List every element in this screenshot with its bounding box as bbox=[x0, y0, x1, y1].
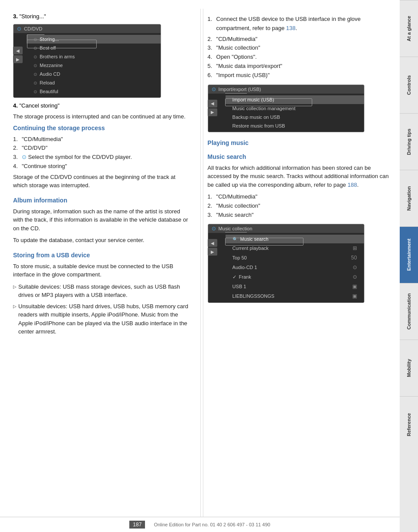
continuing-heading: Continuing the storage process bbox=[13, 125, 189, 131]
nav-up-btn[interactable]: ◀ bbox=[13, 47, 23, 54]
continuing-step-1: 1."CD/Multimedia" bbox=[13, 135, 189, 144]
playing-music-heading: Playing music bbox=[208, 139, 391, 146]
cd-dvd-item-brothers-label: Brothers in arms bbox=[40, 54, 75, 59]
callout-line-top bbox=[27, 34, 27, 40]
sidebar-tab-reference[interactable]: Reference bbox=[400, 396, 418, 453]
music-collection-icon: ⊙ bbox=[212, 226, 216, 232]
mc-item-audiocd1-right: ⊙ bbox=[353, 264, 357, 270]
import-callout-line bbox=[225, 93, 247, 94]
nav-arrows-left: ◀ ▶ bbox=[13, 47, 23, 63]
usb-import-step-6: 6."Import music (USB)" bbox=[208, 71, 391, 80]
mc-item-frank: ✓ Frank ⊙ bbox=[226, 272, 364, 282]
page-link-138[interactable]: 138 bbox=[286, 25, 296, 31]
cd-dvd-item-brothers-icon: ⊙ bbox=[34, 54, 37, 59]
sidebar-tab-at-a-glance[interactable]: At a glance bbox=[400, 0, 418, 57]
cd-dvd-icon: ⊙ bbox=[17, 26, 21, 32]
continuing-description: Storage of the CD/DVD continues at the b… bbox=[13, 173, 189, 190]
continuing-step-3: 3.⊙ Select the symbol for the CD/DVD pla… bbox=[13, 153, 189, 162]
mc-item-lieblingssongs-right: ▣ bbox=[352, 293, 357, 299]
nav-down-btn[interactable]: ▶ bbox=[13, 55, 23, 63]
mc-item-current-playback: Current playback ⊞ bbox=[226, 243, 364, 253]
mc-item-usb1-right: ▣ bbox=[352, 283, 357, 290]
usb-import-step-5: 5."Music data import/export" bbox=[208, 62, 391, 71]
mc-item-lieblingssongs-label: LIEBLINGSSONGS bbox=[233, 293, 275, 299]
sidebar-tab-driving-tips[interactable]: Driving tips bbox=[400, 113, 418, 170]
mc-item-current-playback-right: ⊞ bbox=[353, 245, 357, 251]
cd-dvd-item-audiocd: ⊙ Audio CD bbox=[27, 70, 161, 78]
continuing-step-2: 2."CD/DVD" bbox=[13, 144, 189, 153]
import-item-restore-label: Restore music from USB bbox=[233, 123, 285, 128]
import-export-wrapper: ⊙ Import/export (USB) Import music (USB)… bbox=[208, 84, 391, 132]
mc-item-music-search: 🔍 Music search bbox=[226, 235, 364, 243]
cd-dvd-item-beautiful-icon: ⊙ bbox=[34, 89, 37, 94]
cd-dvd-item-beautiful-label: Beautiful bbox=[40, 89, 58, 94]
cd-dvd-item-bestoff-label: Best off bbox=[40, 45, 56, 51]
usb-bullet-list: Suitable devices: USB mass storage devic… bbox=[13, 283, 189, 336]
cd-dvd-item-reload-icon: ⊙ bbox=[34, 81, 37, 85]
step4-num: 4. bbox=[13, 102, 18, 109]
mc-item-top50: Top 50 50 bbox=[226, 253, 364, 263]
import-item-backup: Backup music on USB bbox=[226, 113, 364, 121]
import-item-management: Music collection management bbox=[226, 104, 364, 113]
usb-heading: Storing from a USB device bbox=[13, 252, 189, 259]
music-search-step-3: 3."Music search" bbox=[208, 211, 391, 220]
import-item-management-label: Music collection management bbox=[233, 106, 296, 111]
import-item-restore: Restore music from USB bbox=[226, 121, 364, 130]
mc-nav-up[interactable]: ◀ bbox=[208, 239, 217, 247]
music-collection-header: ⊙ Music collection bbox=[208, 224, 364, 233]
step3-heading: 3. "Storing..." bbox=[13, 13, 189, 20]
usb-import-steps: 1. Connect the USB device to the USB int… bbox=[208, 15, 391, 80]
import-export-body: Import music (USB) Music collection mana… bbox=[208, 94, 364, 132]
continuing-steps: 1."CD/Multimedia" 2."CD/DVD" 3.⊙ Select … bbox=[13, 135, 189, 171]
sidebar-tab-navigation[interactable]: Navigation bbox=[400, 170, 418, 226]
main-content: 3. "Storing..." ⊙ CD/DVD ⊙ Storing... bbox=[0, 0, 400, 532]
column-divider bbox=[200, 9, 201, 523]
mc-item-lieblingssongs: LIEBLINGSSONGS ▣ bbox=[226, 291, 364, 301]
continuing-step-4: 4."Continue storing" bbox=[13, 162, 189, 171]
usb-import-step-4: 4.Open "Options". bbox=[208, 53, 391, 62]
step4-text: "Cancel storing" bbox=[19, 102, 59, 109]
usb-description: To store music, a suitable device must b… bbox=[13, 262, 189, 279]
mc-item-audiocd1-label: Audio-CD 1 bbox=[233, 265, 257, 270]
cd-dvd-item-bestoff-icon: ⊙ bbox=[34, 46, 37, 51]
music-search-step-2: 2."Music collection" bbox=[208, 202, 391, 211]
cd-dvd-screenshot: ⊙ CD/DVD ⊙ Storing... ⊙ Best off bbox=[13, 24, 161, 98]
sidebar-tab-communication[interactable]: Communication bbox=[400, 283, 418, 340]
cd-dvd-header: ⊙ CD/DVD bbox=[13, 24, 161, 33]
import-nav-up[interactable]: ◀ bbox=[208, 100, 217, 108]
mc-item-music-search-label: Music search bbox=[240, 236, 269, 242]
music-collection-screenshot: ⊙ Music collection 🔍 Music search bbox=[208, 224, 364, 303]
usb-import-step-2: 2."CD/Multimedia" bbox=[208, 35, 391, 44]
cd-dvd-item-audiocd-icon: ⊙ bbox=[34, 72, 37, 77]
footer-text: Online Edition for Part no. 01 40 2 606 … bbox=[154, 522, 270, 527]
import-nav-down[interactable]: ▶ bbox=[208, 108, 217, 116]
import-export-icon: ⊙ bbox=[212, 86, 216, 92]
cd-dvd-item-reload-label: Reload bbox=[40, 80, 55, 85]
sidebar-tab-controls[interactable]: Controls bbox=[400, 57, 418, 113]
mc-nav-down[interactable]: ▶ bbox=[208, 248, 217, 256]
sidebar-tab-mobility[interactable]: Mobility bbox=[400, 340, 418, 396]
music-search-heading: Music search bbox=[208, 153, 391, 160]
music-search-step-1: 1."CD/Multimedia" bbox=[208, 192, 391, 202]
mc-callout-line bbox=[225, 232, 247, 232]
mc-item-frank-label: Frank bbox=[239, 274, 251, 279]
import-export-screenshot: ⊙ Import/export (USB) Import music (USB)… bbox=[208, 84, 364, 132]
mc-item-frank-right: ⊙ bbox=[353, 274, 357, 280]
music-collection-body: 🔍 Music search Current playback ⊞ bbox=[208, 233, 364, 303]
album-info-desc1: During storage, information such as the … bbox=[13, 207, 189, 233]
step4-heading: 4. "Cancel storing" bbox=[13, 102, 189, 109]
usb-import-step-1: 1. Connect the USB device to the USB int… bbox=[208, 15, 391, 33]
cd-dvd-item-mezzanine-label: Mezzanine bbox=[40, 63, 63, 68]
cd-dvd-body: ⊙ Storing... ⊙ Best off ⊙ Brothers in ar… bbox=[13, 33, 161, 98]
mc-item-top50-right: 50 bbox=[351, 255, 357, 261]
import-item-import: Import music (USB) bbox=[226, 95, 364, 104]
mc-nav-arrows: ◀ ▶ bbox=[208, 239, 217, 256]
step3-num: 3. bbox=[13, 13, 18, 20]
sidebar-tab-entertainment[interactable]: Entertainment bbox=[400, 226, 418, 283]
page-container: 3. "Storing..." ⊙ CD/DVD ⊙ Storing... bbox=[0, 0, 418, 532]
search-icon-small: 🔍 bbox=[233, 237, 238, 242]
mc-item-frank-check: ✓ bbox=[233, 274, 236, 280]
left-column: 3. "Storing..." ⊙ CD/DVD ⊙ Storing... bbox=[0, 9, 198, 523]
page-link-188[interactable]: 188 bbox=[347, 182, 357, 188]
cancel-description: The storage process is interrupted and c… bbox=[13, 112, 189, 121]
